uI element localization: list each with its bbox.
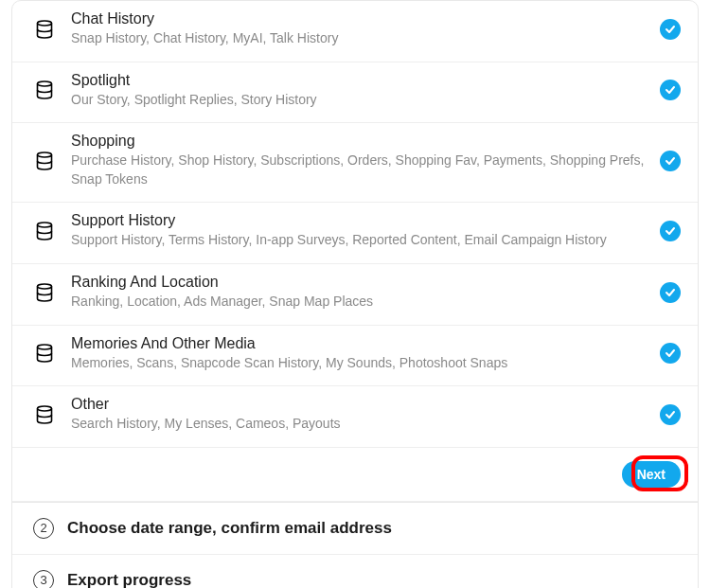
checkmark-icon[interactable]: [660, 343, 681, 364]
step-number-icon: 2: [33, 518, 54, 539]
database-icon: [33, 222, 56, 241]
item-title: Spotlight: [71, 72, 648, 89]
item-title: Chat History: [71, 10, 648, 27]
database-icon: [33, 20, 56, 39]
step-number-icon: 3: [33, 570, 54, 588]
svg-point-5: [38, 345, 52, 349]
item-body: Other Search History, My Lenses, Cameos,…: [56, 396, 660, 434]
item-body: Shopping Purchase History, Shop History,…: [56, 133, 660, 188]
item-body: Support History Support History, Terms H…: [56, 212, 660, 250]
svg-point-1: [38, 81, 52, 86]
item-subtitle: Support History, Terms History, In-app S…: [71, 231, 648, 250]
data-export-panel: Chat History Snap History, Chat History,…: [11, 0, 699, 588]
item-title: Shopping: [71, 133, 648, 150]
database-icon: [33, 151, 56, 170]
list-item[interactable]: Ranking And Location Ranking, Location, …: [12, 264, 698, 326]
item-body: Spotlight Our Story, Spotlight Replies, …: [56, 72, 660, 110]
next-button[interactable]: Next: [622, 461, 681, 488]
checkmark-icon[interactable]: [660, 404, 681, 425]
list-item[interactable]: Memories And Other Media Memories, Scans…: [12, 326, 698, 387]
checkmark-icon[interactable]: [660, 282, 681, 303]
database-icon: [33, 344, 56, 363]
item-title: Ranking And Location: [71, 274, 648, 291]
item-title: Support History: [71, 212, 648, 229]
checkmark-icon[interactable]: [660, 151, 681, 171]
step-row[interactable]: 2 Choose date range, confirm email addre…: [12, 503, 698, 555]
item-subtitle: Our Story, Spotlight Replies, Story Hist…: [71, 91, 648, 110]
svg-point-3: [38, 223, 52, 227]
item-title: Memories And Other Media: [71, 335, 648, 352]
item-subtitle: Memories, Scans, Snapcode Scan History, …: [71, 354, 648, 373]
item-subtitle: Search History, My Lenses, Cameos, Payou…: [71, 415, 648, 434]
step-label: Export progress: [54, 571, 191, 588]
item-body: Ranking And Location Ranking, Location, …: [56, 274, 660, 312]
database-icon: [33, 405, 56, 424]
item-subtitle: Purchase History, Shop History, Subscrip…: [71, 151, 648, 188]
database-icon: [33, 80, 56, 99]
list-item[interactable]: Shopping Purchase History, Shop History,…: [12, 123, 698, 203]
category-list: Chat History Snap History, Chat History,…: [12, 1, 698, 503]
checkmark-icon[interactable]: [660, 221, 681, 241]
action-footer: Next: [12, 448, 698, 502]
item-subtitle: Ranking, Location, Ads Manager, Snap Map…: [71, 293, 648, 312]
list-item[interactable]: Other Search History, My Lenses, Cameos,…: [12, 386, 698, 448]
item-title: Other: [71, 396, 648, 413]
svg-point-2: [38, 152, 52, 157]
item-subtitle: Snap History, Chat History, MyAI, Talk H…: [71, 29, 648, 48]
list-item[interactable]: Chat History Snap History, Chat History,…: [12, 1, 698, 62]
checkmark-icon[interactable]: [660, 80, 681, 100]
svg-point-0: [38, 21, 52, 26]
step-row[interactable]: 3 Export progress: [12, 555, 698, 588]
list-item[interactable]: Spotlight Our Story, Spotlight Replies, …: [12, 62, 698, 124]
item-body: Memories And Other Media Memories, Scans…: [56, 335, 660, 373]
step-label: Choose date range, confirm email address: [54, 519, 392, 538]
database-icon: [33, 283, 56, 302]
item-body: Chat History Snap History, Chat History,…: [56, 10, 660, 48]
list-item[interactable]: Support History Support History, Terms H…: [12, 203, 698, 264]
svg-point-6: [38, 406, 52, 411]
checkmark-icon[interactable]: [660, 19, 681, 40]
svg-point-4: [38, 284, 52, 289]
